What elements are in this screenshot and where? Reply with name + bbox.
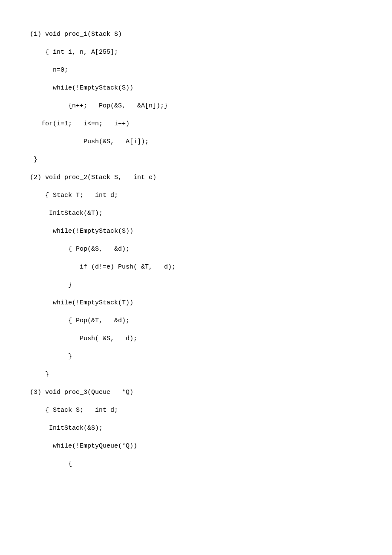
code-line: Push(&S, A[i]);: [30, 133, 362, 151]
code-line: for(i=1; i<=n; i++): [30, 115, 362, 133]
code-line: Push( &S, d);: [30, 330, 362, 348]
code-line: }: [30, 276, 362, 294]
code-line: }: [30, 366, 362, 384]
code-line: while(!EmptyStack(T)): [30, 294, 362, 312]
code-line: while(!EmptyQueue(*Q)): [30, 437, 362, 455]
code-line: while(!EmptyStack(S)): [30, 79, 362, 97]
code-line: InitStack(&S);: [30, 419, 362, 437]
code-line: if (d!=e) Push( &T, d);: [30, 258, 362, 276]
code-line: { Pop(&T, &d);: [30, 312, 362, 330]
code-line: n=0;: [30, 61, 362, 79]
code-line: { int i, n, A[255];: [30, 43, 362, 61]
code-line: {n++; Pop(&S, &A[n]);}: [30, 97, 362, 115]
code-line: { Pop(&S, &d);: [30, 240, 362, 258]
code-line: { Stack T; int d;: [30, 187, 362, 205]
code-line: (3) void proc_3(Queue *Q): [30, 384, 362, 402]
code-line: }: [30, 348, 362, 366]
code-line: }: [30, 151, 362, 169]
code-line: (1) void proc_1(Stack S): [30, 26, 362, 43]
code-line: { Stack S; int d;: [30, 402, 362, 419]
code-line: while(!EmptyStack(S)): [30, 223, 362, 240]
code-line: InitStack(&T);: [30, 205, 362, 223]
code-line: {: [30, 455, 362, 473]
code-line: (2) void proc_2(Stack S, int e): [30, 169, 362, 187]
